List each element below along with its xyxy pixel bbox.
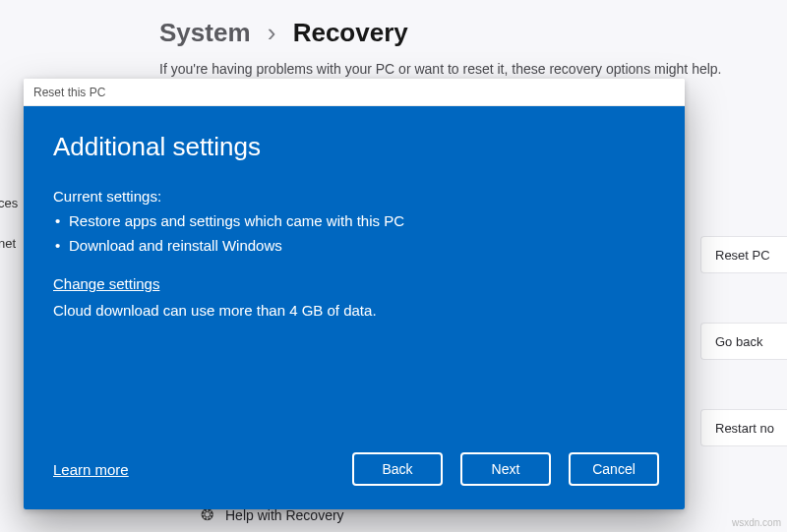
- back-button[interactable]: Back: [352, 452, 443, 486]
- dialog-heading: Additional settings: [53, 132, 655, 162]
- setting-item: Download and reinstall Windows: [53, 237, 655, 254]
- chevron-right-icon: ›: [268, 18, 276, 47]
- setting-item: Restore apps and settings which came wit…: [53, 212, 655, 229]
- change-settings-link[interactable]: Change settings: [53, 275, 655, 292]
- current-settings-list: Restore apps and settings which came wit…: [53, 212, 655, 262]
- breadcrumb-parent[interactable]: System: [159, 18, 251, 47]
- learn-more-link[interactable]: Learn more: [53, 461, 129, 478]
- sidebar-item-fragment[interactable]: net: [0, 236, 16, 251]
- cloud-download-note: Cloud download can use more than 4 GB of…: [53, 302, 655, 319]
- reset-pc-button[interactable]: Reset PC: [700, 236, 787, 273]
- dialog-body: Additional settings Current settings: Re…: [24, 106, 685, 509]
- cancel-button[interactable]: Cancel: [569, 452, 659, 486]
- dialog-footer: Learn more Back Next Cancel: [24, 452, 685, 509]
- current-settings-label: Current settings:: [53, 188, 655, 205]
- next-button[interactable]: Next: [460, 452, 551, 486]
- breadcrumb-current: Recovery: [293, 18, 408, 47]
- recovery-actions-panel: Reset PC Go back Restart no: [700, 236, 787, 443]
- dialog-window-title: Reset this PC: [33, 86, 105, 99]
- dialog-button-row: Back Next Cancel: [352, 452, 659, 486]
- reset-this-pc-dialog: Reset this PC Additional settings Curren…: [24, 79, 685, 509]
- go-back-button[interactable]: Go back: [700, 323, 787, 360]
- sidebar-item-fragment[interactable]: ces: [0, 196, 18, 210]
- watermark: wsxdn.com: [732, 517, 781, 528]
- restart-now-button[interactable]: Restart no: [700, 409, 787, 446]
- breadcrumb: System › Recovery: [159, 18, 408, 48]
- page-description: If you're having problems with your PC o…: [159, 61, 722, 77]
- dialog-titlebar: Reset this PC: [24, 79, 685, 106]
